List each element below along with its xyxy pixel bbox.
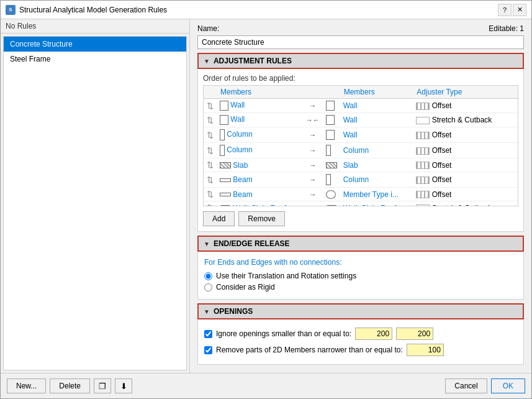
arrow-cell: →← <box>303 113 323 127</box>
title-bar-left: S Structural Analytical Model Generation… <box>6 5 167 15</box>
copy-button[interactable]: ❐ <box>94 378 111 393</box>
adjuster-type-cell: Stretch & Cutback <box>413 113 510 127</box>
sort-handle[interactable]: ⇅ <box>204 158 217 172</box>
member-right-label: Column <box>343 175 369 184</box>
name-input[interactable] <box>197 35 524 49</box>
member-left-label: Column <box>227 130 252 139</box>
icon-right-cell: ~ <box>323 201 340 207</box>
table-row[interactable]: ⇅ Beam → Member Type i... Offset <box>204 188 518 201</box>
row-scrollbar <box>510 172 518 188</box>
member-left-cell: Beam <box>217 172 303 188</box>
radio-rigid[interactable] <box>204 283 212 291</box>
offset-adj-icon <box>416 103 430 110</box>
icon-right-cell <box>323 113 340 127</box>
table-row[interactable]: ⇅ Slab → Slab Offset <box>204 158 518 172</box>
ignore-openings-checkbox[interactable] <box>204 330 212 338</box>
column-icon <box>220 145 225 156</box>
member-left-label: Beam <box>233 175 252 184</box>
ok-button[interactable]: OK <box>491 378 525 393</box>
end-edge-release-body: For Ends and Edges with no connections: … <box>197 252 524 300</box>
end-edge-release-header[interactable]: ▼ END/EDGE RELEASE <box>197 236 524 252</box>
radio-translation[interactable] <box>204 272 212 280</box>
table-row[interactable]: ⇅ Wall →← Wall Stretch & Cutback <box>204 113 518 127</box>
member-right-label: Wall <box>343 101 358 110</box>
sort-handle[interactable]: ⇅ <box>204 172 217 188</box>
opening-value-1b[interactable] <box>396 328 433 340</box>
column-icon <box>326 174 331 185</box>
sort-handle[interactable]: ⇅ <box>204 188 217 201</box>
member-left-cell: Beam <box>217 188 303 201</box>
delete-button[interactable]: Delete <box>50 378 90 393</box>
openings-header[interactable]: ▼ OPENINGS <box>197 303 524 319</box>
table-row[interactable]: ⇅ Column → Column Offset <box>204 143 518 158</box>
adj-label: Stretch & Cutback <box>432 204 492 207</box>
bottom-right-buttons: Cancel OK <box>445 378 525 393</box>
bottom-bar: New... Delete ❐ ⬇ Cancel OK <box>1 373 531 398</box>
bottom-left-buttons: New... Delete ❐ ⬇ <box>7 378 132 393</box>
adjuster-type-cell: Offset <box>413 172 510 188</box>
member-right-label: Wall <box>343 131 358 139</box>
row-scrollbar <box>510 158 518 172</box>
close-button[interactable]: ✕ <box>513 4 526 16</box>
opening-value-1a[interactable] <box>355 328 392 340</box>
openings-body-inner: Ignore openings smaller than or equal to… <box>198 322 523 362</box>
table-row[interactable]: ⇅ Wall → Wall Offset <box>204 99 518 113</box>
row-scrollbar <box>510 188 518 201</box>
opening-row-1: Ignore openings smaller than or equal to… <box>204 326 517 342</box>
sort-handle[interactable]: ⇅ <box>204 143 217 158</box>
member-right-cell: Wall <box>340 99 413 113</box>
new-button[interactable]: New... <box>7 378 46 393</box>
adjuster-type-cell: Stretch & Cutback <box>413 201 510 207</box>
list-item-concrete[interactable]: Concrete Structure <box>4 37 186 52</box>
beam-icon <box>220 178 231 182</box>
right-panel-inner: ▼ ADJUSTMENT RULES Order of rules to be … <box>190 53 531 373</box>
member-left-label: Beam <box>233 190 252 199</box>
add-button[interactable]: Add <box>203 211 235 226</box>
stretch-adj-icon <box>416 117 430 124</box>
sort-handle[interactable]: ⇅ <box>204 127 217 143</box>
list-item-steel[interactable]: Steel Frame <box>4 52 186 66</box>
member-left-cell: Column <box>217 143 303 158</box>
wall-icon <box>326 101 335 111</box>
help-button[interactable]: ? <box>498 4 512 16</box>
table-row[interactable]: ⇅ ~ Wall, Slab, Roof → ~ Wall, Slab, Roo… <box>204 201 518 207</box>
adj-label: Offset <box>432 131 452 139</box>
wall-icon <box>220 101 228 111</box>
member-left-cell: Column <box>217 127 303 143</box>
offset-adj-icon <box>416 147 430 155</box>
adj-label: Offset <box>432 101 452 110</box>
offset-adj-icon <box>416 162 430 169</box>
name-label: Name: <box>197 24 219 33</box>
remove-button[interactable]: Remove <box>238 211 285 226</box>
arrow-cell: → <box>303 143 323 158</box>
adjuster-type-cell: Offset <box>413 127 510 143</box>
table-row[interactable]: ⇅ Column → Wall Offset <box>204 127 518 143</box>
member-right-cell: Slab <box>340 158 413 172</box>
cancel-button[interactable]: Cancel <box>445 378 487 393</box>
order-label: Order of rules to be applied: <box>198 71 523 85</box>
member-right-label: Wall, Slab, Roof <box>343 204 397 207</box>
offset-adj-icon <box>416 132 430 139</box>
member-left-cell: Wall <box>217 113 303 127</box>
opening-value-2a[interactable] <box>407 344 444 356</box>
main-content: No Rules Concrete Structure Steel Frame … <box>1 19 531 373</box>
wall-icon <box>326 130 335 140</box>
import-button[interactable]: ⬇ <box>115 378 132 393</box>
col-adjuster-type: Adjuster Type <box>413 86 510 99</box>
table-row[interactable]: ⇅ Beam → Column Offset <box>204 172 518 188</box>
remove-parts-checkbox[interactable] <box>204 346 212 354</box>
member-left-cell: Wall <box>217 99 303 113</box>
sort-handle[interactable]: ⇅ <box>204 113 217 127</box>
beam-icon <box>220 193 231 196</box>
rules-table-container[interactable]: Members Members Adjuster Type ⇅ Wall <box>203 85 518 206</box>
adj-label: Offset <box>432 146 452 155</box>
left-panel: No Rules Concrete Structure Steel Frame <box>1 19 190 373</box>
col-members-right: Members <box>340 86 413 99</box>
adjustment-rules-header[interactable]: ▼ ADJUSTMENT RULES <box>197 53 524 69</box>
sort-handle[interactable]: ⇅ <box>204 99 217 113</box>
sort-handle[interactable]: ⇅ <box>204 201 217 207</box>
arrow-cell: → <box>303 172 323 188</box>
wall-icon <box>220 115 228 125</box>
openings-label: OPENINGS <box>214 307 253 316</box>
adjustment-rules-body: Order of rules to be applied: Members Me… <box>197 69 524 232</box>
